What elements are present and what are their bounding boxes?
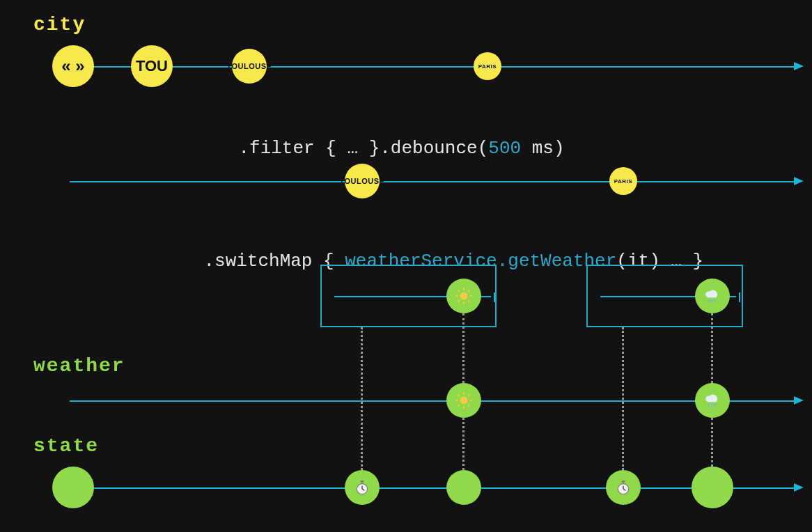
marble-debounced-paris: PARIS	[609, 167, 637, 195]
timeline-debounced	[70, 181, 794, 182]
arrow-debounced	[794, 177, 804, 185]
dotted-rain-upper	[711, 313, 713, 383]
svg-point-0	[460, 292, 468, 300]
svg-line-7	[458, 300, 460, 302]
svg-line-10	[712, 299, 712, 302]
marble-state-initial	[52, 467, 94, 508]
arrow-weather	[794, 396, 804, 405]
marble-city-toulouse-text: TOULOUSE	[227, 62, 272, 70]
label-weather: weather	[33, 355, 125, 377]
label-city: city	[33, 14, 86, 36]
marble-state-loading-1	[345, 470, 380, 505]
svg-point-12	[460, 397, 468, 405]
label-state: state	[33, 435, 99, 457]
svg-line-8	[468, 290, 469, 292]
inner-line-paris-tick	[739, 292, 740, 302]
svg-rect-25	[361, 480, 364, 482]
marble-state-loaded-2	[692, 467, 733, 508]
svg-rect-30	[622, 480, 625, 482]
marble-city-tou-text: TOU	[136, 57, 168, 75]
arrow-state	[794, 483, 804, 492]
marble-city-quotes: « »	[52, 45, 94, 87]
marble-debounced-toulouse: TOULOUSE	[345, 164, 380, 198]
svg-line-19	[458, 405, 460, 406]
marble-state-loading-2	[606, 470, 641, 505]
svg-line-23	[715, 403, 715, 406]
code-line1-num: 500	[488, 138, 521, 159]
inner-marble-rain	[695, 279, 730, 313]
sun-icon	[455, 391, 473, 409]
code-filter-debounce: .filter { … }.debounce(500 ms)	[195, 117, 565, 180]
svg-line-17	[458, 395, 460, 396]
arrow-city	[794, 62, 804, 70]
code-line1-pre: .filter { … }.debounce(	[238, 138, 488, 159]
dotted-toulouse-start	[361, 327, 363, 470]
dotted-paris-start	[622, 327, 624, 470]
marble-weather-rain	[695, 383, 730, 418]
timeline-state	[56, 487, 794, 489]
dotted-sun-lower	[462, 418, 464, 470]
stopwatch-icon	[614, 478, 632, 496]
svg-line-5	[458, 290, 460, 292]
svg-line-20	[468, 395, 469, 396]
marble-city-tou: TOU	[131, 45, 173, 87]
marble-city-paris: PARIS	[474, 52, 501, 80]
inner-marble-sun	[446, 279, 481, 313]
marble-debounced-toulouse-text: TOULOUSE	[340, 177, 385, 185]
svg-line-6	[468, 300, 469, 302]
svg-line-11	[715, 299, 715, 302]
marble-diagram: city « » TOU TOULOUSE PARIS .filter { … …	[0, 0, 812, 532]
marble-state-loaded-1	[446, 470, 481, 505]
marble-debounced-paris-text: PARIS	[614, 178, 632, 185]
cloud-rain-icon	[703, 287, 721, 305]
code-line1-post: ms)	[521, 138, 564, 159]
cloud-rain-icon	[703, 391, 721, 409]
marble-city-toulouse: TOULOUSE	[232, 49, 267, 84]
svg-line-21	[709, 403, 710, 406]
marble-weather-sun	[446, 383, 481, 418]
dotted-rain-lower	[711, 418, 713, 467]
timeline-weather	[70, 400, 794, 402]
svg-line-9	[709, 299, 710, 302]
marble-city-paris-text: PARIS	[478, 63, 497, 70]
svg-line-18	[468, 405, 469, 406]
inner-line-toulouse-tick	[494, 292, 495, 302]
sun-icon	[455, 287, 473, 305]
svg-line-22	[712, 403, 712, 406]
stopwatch-icon	[353, 478, 371, 496]
dotted-sun-upper	[462, 313, 464, 383]
marble-city-quotes-text: « »	[61, 56, 84, 76]
